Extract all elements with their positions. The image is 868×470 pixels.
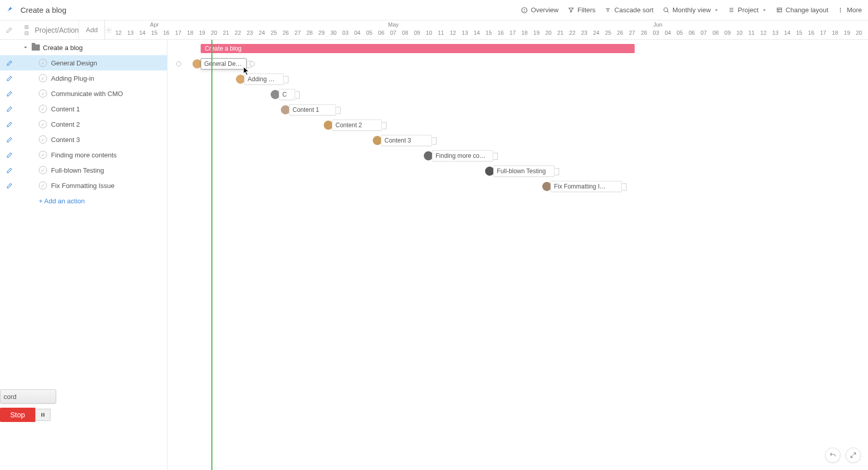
pin-icon[interactable] bbox=[6, 6, 13, 14]
task-name: Finding more contents bbox=[51, 151, 117, 159]
svg-point-6 bbox=[664, 8, 668, 12]
bar-end-handle[interactable] bbox=[382, 122, 387, 129]
task-row[interactable]: Fix Fommatting Issue bbox=[18, 181, 167, 190]
check-circle-icon[interactable] bbox=[39, 135, 47, 144]
day-label: 25 bbox=[268, 30, 279, 40]
check-circle-icon[interactable] bbox=[39, 120, 47, 128]
add-action-link[interactable]: + Add an action bbox=[18, 197, 85, 205]
edit-icon[interactable] bbox=[0, 121, 18, 128]
task-bar[interactable]: Content 1 bbox=[289, 104, 336, 115]
day-label: 05 bbox=[364, 30, 375, 40]
expand-button[interactable] bbox=[846, 448, 861, 463]
drag-handle[interactable] bbox=[176, 61, 181, 66]
chevron-down-icon bbox=[762, 8, 767, 13]
svg-point-22 bbox=[108, 29, 110, 31]
edit-icon[interactable] bbox=[0, 106, 18, 112]
task-row[interactable]: Communicate with CMO bbox=[18, 89, 167, 98]
view-dropdown[interactable]: Monthly view bbox=[663, 6, 719, 14]
check-circle-icon[interactable] bbox=[39, 89, 47, 98]
day-label: 20 bbox=[853, 30, 865, 40]
task-bar-label: Content 3 bbox=[384, 137, 411, 144]
task-bar[interactable]: Content 2 bbox=[332, 120, 382, 131]
day-label: 12 bbox=[112, 30, 124, 40]
svg-point-2 bbox=[524, 11, 524, 12]
check-circle-icon[interactable] bbox=[39, 181, 47, 190]
check-circle-icon[interactable] bbox=[39, 105, 47, 113]
edit-icon[interactable] bbox=[0, 167, 18, 174]
bar-end-handle[interactable] bbox=[432, 137, 437, 145]
day-label: 25 bbox=[602, 30, 614, 40]
task-row[interactable]: Content 2 bbox=[18, 120, 167, 128]
bar-end-handle[interactable] bbox=[284, 76, 288, 83]
day-label: 12 bbox=[757, 30, 769, 40]
pause-button[interactable] bbox=[35, 409, 51, 421]
bar-end-handle[interactable] bbox=[296, 91, 300, 99]
check-circle-icon[interactable] bbox=[39, 74, 47, 82]
task-name: General Design bbox=[51, 59, 97, 67]
task-bar[interactable]: C bbox=[279, 89, 295, 100]
task-row[interactable]: General Design bbox=[18, 59, 167, 67]
stop-button[interactable]: Stop bbox=[0, 408, 35, 422]
add-remove-icons[interactable] bbox=[18, 25, 35, 36]
check-circle-icon[interactable] bbox=[39, 59, 47, 67]
edit-column-icon bbox=[0, 27, 18, 34]
task-bar[interactable]: Finding more co… bbox=[432, 150, 493, 161]
bar-end-handle[interactable] bbox=[622, 183, 626, 191]
day-label: 03 bbox=[340, 30, 351, 40]
edit-icon[interactable] bbox=[0, 90, 18, 97]
task-row[interactable]: Full-blown Testing bbox=[18, 166, 167, 174]
bar-end-handle[interactable] bbox=[555, 168, 559, 175]
day-label: 06 bbox=[686, 30, 697, 40]
chevron-down-icon[interactable] bbox=[22, 44, 29, 51]
drag-handle[interactable] bbox=[250, 61, 255, 66]
edit-icon[interactable] bbox=[0, 75, 18, 82]
task-row[interactable]: Content 1 bbox=[18, 105, 167, 113]
project-bar[interactable]: Create a blog bbox=[201, 44, 635, 53]
check-circle-icon[interactable] bbox=[39, 166, 47, 174]
edit-icon[interactable] bbox=[0, 136, 18, 143]
task-bar[interactable]: Full-blown Testing bbox=[493, 166, 554, 177]
edit-icon[interactable] bbox=[0, 60, 18, 66]
task-name: Communicate with CMO bbox=[51, 90, 123, 98]
edit-icon[interactable] bbox=[0, 182, 18, 189]
day-label: 23 bbox=[244, 30, 256, 40]
settings-gear-icon[interactable] bbox=[105, 20, 112, 39]
bar-end-handle[interactable] bbox=[494, 153, 498, 160]
add-column-button[interactable]: Add bbox=[79, 20, 104, 39]
check-circle-icon[interactable] bbox=[39, 151, 47, 159]
group-dropdown[interactable]: Project bbox=[728, 6, 766, 14]
svg-rect-11 bbox=[777, 8, 782, 12]
edit-icon[interactable] bbox=[0, 152, 18, 158]
task-bar[interactable]: Content 3 bbox=[381, 135, 432, 146]
day-label: 08 bbox=[710, 30, 721, 40]
undo-button[interactable] bbox=[825, 448, 840, 463]
day-label: 17 bbox=[172, 30, 184, 40]
svg-point-14 bbox=[840, 8, 841, 9]
cascade-sort-button[interactable]: Cascade sort bbox=[605, 6, 654, 14]
svg-point-16 bbox=[840, 11, 841, 12]
day-label: 14 bbox=[471, 30, 483, 40]
day-label: 17 bbox=[507, 30, 518, 40]
project-row[interactable]: Create a blog bbox=[18, 44, 83, 52]
task-row[interactable]: Adding Plug-in bbox=[18, 74, 167, 82]
task-bar[interactable]: Adding … bbox=[244, 74, 284, 85]
task-row[interactable]: Finding more contents bbox=[18, 151, 167, 159]
task-bar-label: C bbox=[282, 91, 287, 98]
filters-button[interactable]: Filters bbox=[568, 6, 595, 14]
day-label: 24 bbox=[590, 30, 602, 40]
more-button[interactable]: More bbox=[837, 6, 862, 14]
day-label: 22 bbox=[232, 30, 244, 40]
bar-end-handle[interactable] bbox=[336, 107, 341, 114]
record-widget[interactable]: cord bbox=[0, 389, 56, 404]
overview-button[interactable]: Overview bbox=[521, 6, 559, 14]
day-label: 12 bbox=[447, 30, 459, 40]
day-label: 03 bbox=[650, 30, 662, 40]
task-row[interactable]: Content 3 bbox=[18, 135, 167, 144]
change-layout-button[interactable]: Change layout bbox=[776, 6, 829, 14]
day-label: 05 bbox=[674, 30, 686, 40]
day-label: 15 bbox=[793, 30, 805, 40]
day-label: 16 bbox=[805, 30, 817, 40]
task-bar[interactable]: General De… bbox=[201, 58, 247, 69]
chevron-down-icon bbox=[714, 8, 719, 13]
task-bar[interactable]: Fix Fommatting I… bbox=[550, 181, 622, 192]
